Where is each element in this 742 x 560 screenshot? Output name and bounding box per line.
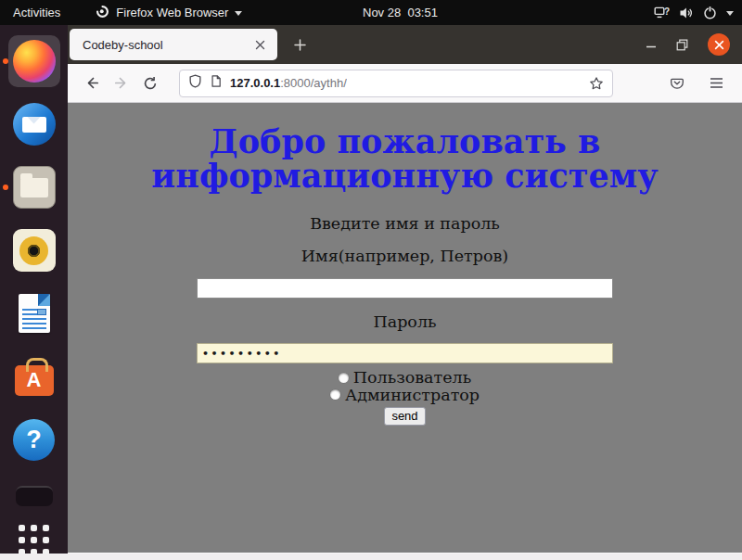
dock-item-firefox[interactable] xyxy=(8,35,60,87)
intro-text: Введите имя и пароль xyxy=(68,214,742,233)
radio-option-user[interactable]: Пользователь xyxy=(68,369,742,387)
forward-button[interactable] xyxy=(107,70,135,97)
window-controls xyxy=(646,25,730,64)
url-bar[interactable]: 127.0.0.1:8000/aythh/ xyxy=(179,70,613,97)
app-menu[interactable]: Firefox Web Browser xyxy=(96,5,242,21)
password-label: Пароль xyxy=(68,312,742,331)
name-input[interactable] xyxy=(197,278,613,299)
bookmark-star-icon[interactable] xyxy=(589,76,604,91)
system-status-area[interactable]: ? xyxy=(654,6,734,19)
screen: Activities Firefox Web Browser Nov 28 03… xyxy=(0,0,742,560)
power-icon xyxy=(703,6,717,19)
ubuntu-software-icon: A xyxy=(15,365,54,396)
tab-close-icon[interactable] xyxy=(250,35,269,54)
show-applications-icon xyxy=(19,525,49,555)
reload-button[interactable] xyxy=(135,70,164,97)
volume-icon xyxy=(679,6,694,19)
shield-icon[interactable] xyxy=(188,74,202,92)
files-icon xyxy=(13,166,56,209)
dock-item-ubuntu-software[interactable]: A xyxy=(8,350,60,402)
caret-down-icon xyxy=(235,11,242,16)
desktop-bottom-strip xyxy=(0,554,742,560)
restore-button[interactable] xyxy=(676,39,688,51)
rhythmbox-icon xyxy=(13,229,56,272)
tab-codeby-school[interactable]: Codeby-school xyxy=(70,29,277,60)
radio-admin-icon[interactable] xyxy=(330,389,340,400)
page-title: Добро пожаловать в информационную систем… xyxy=(118,124,693,193)
gnome-top-bar: Activities Firefox Web Browser Nov 28 03… xyxy=(0,0,742,25)
dark-app-icon xyxy=(16,486,53,506)
navigation-toolbar: 127.0.0.1:8000/aythh/ xyxy=(68,64,742,103)
help-icon: ? xyxy=(13,419,55,461)
minimize-button[interactable] xyxy=(646,39,657,50)
url-path: :8000/aythh/ xyxy=(280,76,347,90)
radio-option-admin[interactable]: Администратор xyxy=(68,387,742,404)
close-button[interactable] xyxy=(708,33,730,56)
dock-item-files[interactable] xyxy=(8,161,60,213)
activities-button[interactable]: Activities xyxy=(13,6,60,19)
dock-item-thunderbird[interactable] xyxy=(8,98,60,150)
firefox-window: Codeby-school xyxy=(68,25,742,554)
dock-item-rhythmbox[interactable] xyxy=(8,224,60,276)
libreoffice-writer-icon xyxy=(19,294,50,333)
new-tab-button[interactable] xyxy=(287,32,313,57)
show-applications-button[interactable] xyxy=(8,521,60,558)
svg-text:?: ? xyxy=(664,6,670,17)
send-button[interactable]: send xyxy=(384,407,425,426)
menu-hamburger-icon[interactable] xyxy=(703,70,729,96)
password-input[interactable] xyxy=(197,343,613,363)
name-label: Имя(например, Петров) xyxy=(68,247,742,265)
firefox-swirl-icon xyxy=(96,5,109,21)
radio-admin-label: Администратор xyxy=(345,387,480,404)
toolbar-right-group xyxy=(664,70,732,96)
page-info-icon[interactable] xyxy=(210,74,223,92)
thunderbird-icon xyxy=(13,103,56,146)
ubuntu-dock: A ? xyxy=(0,25,68,554)
app-menu-label: Firefox Web Browser xyxy=(116,6,228,19)
tab-title: Codeby-school xyxy=(83,38,163,52)
web-page-content: Добро пожаловать в информационную систем… xyxy=(68,103,742,553)
network-unknown-icon: ? xyxy=(654,6,670,19)
dock-item-dark-app[interactable] xyxy=(8,484,60,508)
tab-bar: Codeby-school xyxy=(68,25,742,64)
url-text[interactable]: 127.0.0.1:8000/aythh/ xyxy=(230,76,347,90)
firefox-icon xyxy=(13,40,56,83)
radio-user-label: Пользователь xyxy=(353,369,472,387)
pocket-icon[interactable] xyxy=(664,70,690,96)
dock-item-libreoffice-writer[interactable] xyxy=(8,287,60,339)
radio-user-icon[interactable] xyxy=(339,373,349,383)
caret-down-icon xyxy=(726,11,734,16)
back-button[interactable] xyxy=(78,70,107,97)
url-host: 127.0.0.1 xyxy=(230,76,280,90)
clock[interactable]: Nov 28 03:51 xyxy=(363,6,438,19)
dock-item-help[interactable]: ? xyxy=(8,414,60,465)
